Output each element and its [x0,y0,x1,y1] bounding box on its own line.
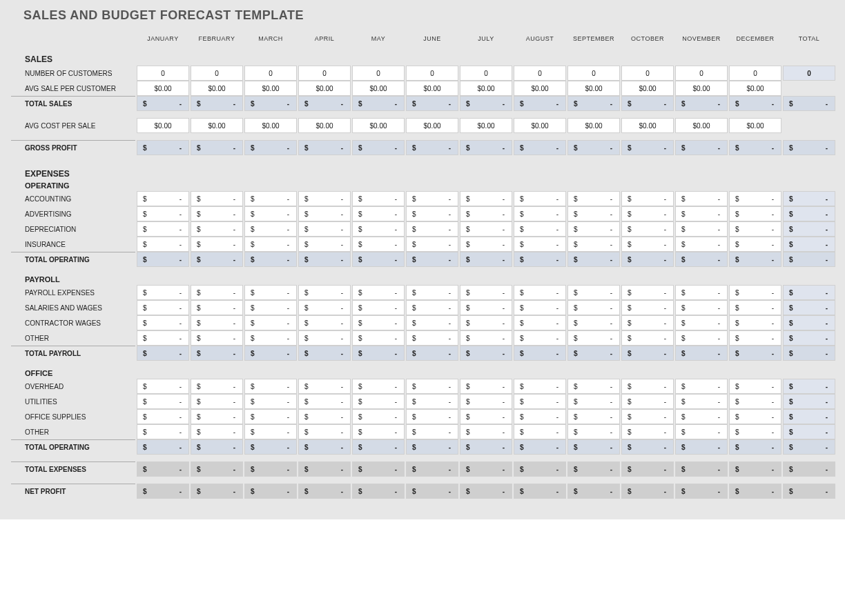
data-cell[interactable]: - [298,237,351,252]
data-cell[interactable]: - [406,191,458,206]
data-cell[interactable]: - [137,394,189,409]
data-cell[interactable]: - [675,315,728,330]
data-cell[interactable]: - [352,394,405,409]
data-cell[interactable]: - [244,285,297,300]
data-cell[interactable]: - [460,221,512,237]
data-cell[interactable]: - [137,221,189,237]
data-cell[interactable]: - [729,191,781,206]
data-cell[interactable]: - [298,394,351,409]
data-cell[interactable]: - [244,409,297,424]
data-cell[interactable]: - [191,285,243,300]
data-cell[interactable]: - [406,206,458,221]
data-cell[interactable]: - [191,330,243,346]
data-cell[interactable]: - [621,300,674,315]
data-cell[interactable]: 0 [675,66,728,81]
data-cell[interactable]: $0.00 [621,81,674,96]
data-cell[interactable]: 0 [514,66,566,81]
data-cell[interactable]: - [567,330,620,346]
data-cell[interactable]: - [621,206,674,221]
data-cell[interactable]: - [406,379,458,394]
data-cell[interactable]: - [406,394,458,409]
data-cell[interactable]: $0.00 [406,81,458,96]
data-cell[interactable]: - [514,330,566,346]
data-cell[interactable]: - [514,191,566,206]
data-cell[interactable]: - [352,330,405,346]
data-cell[interactable]: - [298,315,351,330]
data-cell[interactable]: - [675,206,728,221]
data-cell[interactable]: - [729,300,781,315]
data-cell[interactable]: - [298,330,351,346]
data-cell[interactable]: - [137,424,189,439]
data-cell[interactable]: - [675,394,728,409]
data-cell[interactable]: - [460,330,512,346]
data-cell[interactable]: 0 [244,66,297,81]
data-cell[interactable]: - [244,191,297,206]
data-cell[interactable]: - [244,300,297,315]
data-cell[interactable]: - [298,206,351,221]
data-cell[interactable]: - [675,221,728,237]
data-cell[interactable]: - [137,300,189,315]
data-cell[interactable]: $0.00 [514,81,566,96]
data-cell[interactable]: 0 [406,66,458,81]
data-cell[interactable]: - [514,221,566,237]
data-cell[interactable]: $0.00 [298,118,351,133]
data-cell[interactable]: - [460,191,512,206]
data-cell[interactable]: - [298,191,351,206]
data-cell[interactable]: $0.00 [621,118,674,133]
data-cell[interactable]: - [406,315,458,330]
data-cell[interactable]: - [298,424,351,439]
data-cell[interactable]: $0.00 [460,118,512,133]
data-cell[interactable]: - [244,206,297,221]
data-cell[interactable]: 0 [460,66,512,81]
data-cell[interactable]: - [567,237,620,252]
data-cell[interactable]: - [406,300,458,315]
data-cell[interactable]: - [729,409,781,424]
data-cell[interactable]: - [675,379,728,394]
data-cell[interactable]: - [244,379,297,394]
data-cell[interactable]: $0.00 [675,81,728,96]
data-cell[interactable]: - [191,191,243,206]
data-cell[interactable]: - [567,409,620,424]
data-cell[interactable]: - [244,424,297,439]
data-cell[interactable]: - [406,330,458,346]
data-cell[interactable]: - [621,285,674,300]
data-cell[interactable]: - [137,191,189,206]
data-cell[interactable]: - [352,191,405,206]
data-cell[interactable]: - [298,409,351,424]
data-cell[interactable]: 0 [298,66,351,81]
data-cell[interactable]: - [137,409,189,424]
data-cell[interactable]: - [514,237,566,252]
data-cell[interactable]: - [514,394,566,409]
data-cell[interactable]: - [406,285,458,300]
data-cell[interactable]: - [460,237,512,252]
data-cell[interactable]: $0.00 [406,118,458,133]
data-cell[interactable]: - [621,237,674,252]
data-cell[interactable]: - [406,221,458,237]
data-cell[interactable]: - [621,191,674,206]
data-cell[interactable]: - [675,300,728,315]
data-cell[interactable]: - [137,285,189,300]
data-cell[interactable]: - [460,409,512,424]
data-cell[interactable]: $0.00 [244,81,297,96]
data-cell[interactable]: 0 [729,66,781,81]
data-cell[interactable]: - [137,206,189,221]
data-cell[interactable]: - [729,285,781,300]
data-cell[interactable]: - [406,237,458,252]
data-cell[interactable]: $0.00 [675,118,728,133]
data-cell[interactable]: - [514,315,566,330]
data-cell[interactable]: - [406,424,458,439]
data-cell[interactable]: - [460,206,512,221]
data-cell[interactable]: - [191,237,243,252]
data-cell[interactable]: 0 [352,66,405,81]
data-cell[interactable]: - [298,221,351,237]
data-cell[interactable]: - [244,221,297,237]
data-cell[interactable]: $0.00 [567,81,620,96]
data-cell[interactable]: - [567,394,620,409]
data-cell[interactable]: 0 [137,66,189,81]
data-cell[interactable]: - [675,409,728,424]
data-cell[interactable]: - [460,300,512,315]
data-cell[interactable]: 0 [191,66,243,81]
data-cell[interactable]: - [352,424,405,439]
data-cell[interactable]: $0.00 [567,118,620,133]
data-cell[interactable]: - [675,424,728,439]
